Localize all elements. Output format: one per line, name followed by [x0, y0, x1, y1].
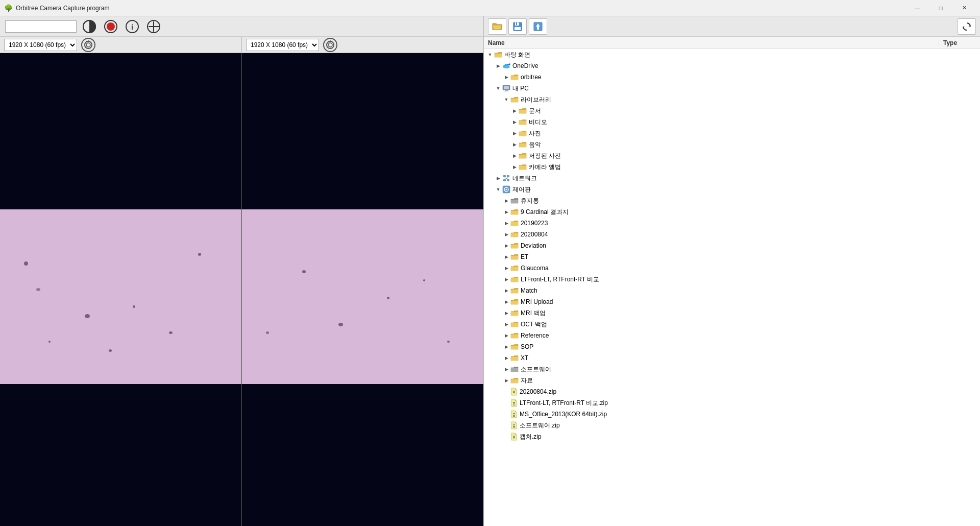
tree-item-onedrive[interactable]: OneDrive — [484, 60, 980, 71]
tree-expander-d20190223[interactable] — [502, 219, 510, 227]
svg-rect-30 — [503, 175, 506, 177]
tree-item-mypc[interactable]: 내 PC — [484, 83, 980, 94]
tree-item-zip3[interactable]: MS_Office_2013(KOR 64bit).zip — [484, 409, 980, 420]
tree-item-d20200804[interactable]: 20200804 — [484, 229, 980, 240]
tree-expander-reference[interactable] — [502, 331, 510, 340]
tree-item-mri_upload[interactable]: MRI Upload — [484, 296, 980, 307]
camera-right-select[interactable]: 1920 X 1080 (60 fps) — [246, 39, 319, 51]
tree-label-onedrive: OneDrive — [512, 62, 538, 69]
tree-item-library[interactable]: 라이브러리 — [484, 94, 980, 105]
tree-item-zip4[interactable]: 소프트웨어.zip — [484, 420, 980, 431]
tree-expander-d20200804[interactable] — [502, 230, 510, 238]
main-layout: i 1920 X 1080 (60 fps) — [0, 16, 980, 526]
record-button[interactable] — [102, 18, 119, 35]
tree-item-zip2[interactable]: LTFront-LT, RTFront-RT 비교.zip — [484, 397, 980, 409]
tree-item-reference[interactable]: Reference — [484, 330, 980, 341]
tree-label-zip1: 20200804.zip — [520, 388, 556, 395]
svg-rect-12 — [86, 41, 90, 42]
tree-item-camera_roll[interactable]: 카메라 앨범 — [484, 161, 980, 173]
tree-label-network: 네트워크 — [512, 174, 537, 183]
upload-button[interactable] — [529, 18, 547, 35]
tree-expander-saved_photos[interactable] — [510, 152, 519, 160]
info-button[interactable]: i — [124, 18, 141, 35]
tree-expander-recycle[interactable] — [502, 197, 510, 205]
record-icon — [104, 19, 118, 34]
minimize-button[interactable]: — — [905, 0, 929, 16]
tree-item-zip5[interactable]: 캡처.zip — [484, 431, 980, 442]
tree-item-glaucoma[interactable]: Glaucoma — [484, 262, 980, 274]
tree-expander-ltfront[interactable] — [502, 275, 510, 283]
tree-item-docs[interactable]: 문서 — [484, 105, 980, 116]
close-button[interactable]: ✕ — [952, 0, 976, 16]
tree-expander-music[interactable] — [510, 140, 519, 149]
tree-expander-photos[interactable] — [510, 129, 519, 137]
tree-item-cardinal[interactable]: 9 Cardinal 결과지 — [484, 206, 980, 218]
tree-expander-library[interactable] — [502, 95, 510, 104]
camera-right-dark-top — [242, 53, 483, 209]
camera-left-dark-top — [0, 53, 241, 209]
tree-item-xt[interactable]: XT — [484, 352, 980, 364]
contrast-button[interactable] — [81, 18, 98, 35]
tree-expander-mri_upload[interactable] — [502, 298, 510, 306]
camera-left-capture-button[interactable] — [81, 38, 95, 52]
tree-expander-camera_roll[interactable] — [510, 163, 519, 171]
tree-expander-mri_backup[interactable] — [502, 309, 510, 317]
camera-left-select[interactable]: 1920 X 1080 (60 fps) — [4, 39, 77, 51]
open-folder-button[interactable] — [488, 18, 506, 35]
tree-item-desktop[interactable]: 바탕 화면 — [484, 49, 980, 60]
svg-point-13 — [327, 41, 334, 49]
tree-item-recycle[interactable]: 휴지통 — [484, 195, 980, 206]
tree-expander-xt[interactable] — [502, 354, 510, 362]
tree-expander-sop[interactable] — [502, 343, 510, 351]
svg-rect-48 — [513, 415, 515, 416]
tree-expander-zip4 — [502, 421, 510, 429]
tree-expander-match[interactable] — [502, 286, 510, 295]
save-button[interactable] — [508, 18, 527, 35]
tree-expander-software_folder[interactable] — [502, 365, 510, 373]
add-button[interactable] — [145, 18, 162, 35]
tree-item-ltfront[interactable]: LTFront-LT, RTFront-RT 비교 — [484, 274, 980, 285]
tree-item-control_panel[interactable]: 제어판 — [484, 184, 980, 195]
file-toolbar — [484, 16, 980, 37]
tree-expander-desktop[interactable] — [486, 51, 494, 59]
tree-item-mri_backup[interactable]: MRI 백업 — [484, 307, 980, 319]
tree-item-video[interactable]: 비디오 — [484, 116, 980, 128]
tree-item-saved_photos[interactable]: 저장된 사진 — [484, 150, 980, 161]
tree-item-et[interactable]: ET — [484, 251, 980, 262]
tree-item-software_folder[interactable]: 소프트웨어 — [484, 364, 980, 375]
tree-expander-docs[interactable] — [510, 107, 519, 115]
refresh-button[interactable] — [958, 18, 976, 35]
tree-expander-deviation[interactable] — [502, 242, 510, 250]
camera-right-capture-button[interactable] — [323, 38, 337, 52]
maximize-button[interactable]: □ — [929, 0, 952, 16]
tree-label-d20190223: 20190223 — [521, 220, 548, 227]
tree-item-match[interactable]: Match — [484, 285, 980, 296]
tree-expander-orbitree[interactable] — [502, 73, 510, 81]
tree-item-network[interactable]: 네트워크 — [484, 173, 980, 184]
tree-item-music[interactable]: 음악 — [484, 139, 980, 150]
tree-item-deviation[interactable]: Deviation — [484, 240, 980, 251]
tree-expander-et[interactable] — [502, 253, 510, 261]
tree-expander-network[interactable] — [494, 174, 502, 182]
tree-expander-cardinal[interactable] — [502, 208, 510, 216]
tree-expander-glaucoma[interactable] — [502, 264, 510, 272]
search-input[interactable] — [5, 20, 77, 33]
tree-item-zip1[interactable]: 20200804.zip — [484, 386, 980, 397]
tree-expander-video[interactable] — [510, 118, 519, 126]
tree-item-oct_backup[interactable]: OCT 백업 — [484, 319, 980, 330]
tree-expander-mypc[interactable] — [494, 84, 502, 92]
contrast-icon — [82, 19, 96, 34]
tree-item-jaro[interactable]: 자료 — [484, 375, 980, 386]
tree-item-orbitree[interactable]: orbitree — [484, 71, 980, 83]
tree-view[interactable]: 바탕 화면 OneDrive orbitree 내 PC 라이브러리 문서 비디… — [484, 49, 980, 526]
tree-expander-control_panel[interactable] — [494, 185, 502, 194]
tree-item-sop[interactable]: SOP — [484, 341, 980, 352]
info-icon: i — [125, 19, 139, 34]
tree-expander-oct_backup[interactable] — [502, 320, 510, 328]
tree-label-video: 비디오 — [529, 118, 547, 127]
tree-item-d20190223[interactable]: 20190223 — [484, 218, 980, 229]
tree-expander-onedrive[interactable] — [494, 62, 502, 70]
tree-expander-zip3 — [502, 410, 510, 418]
tree-item-photos[interactable]: 사진 — [484, 128, 980, 139]
tree-expander-jaro[interactable] — [502, 376, 510, 385]
